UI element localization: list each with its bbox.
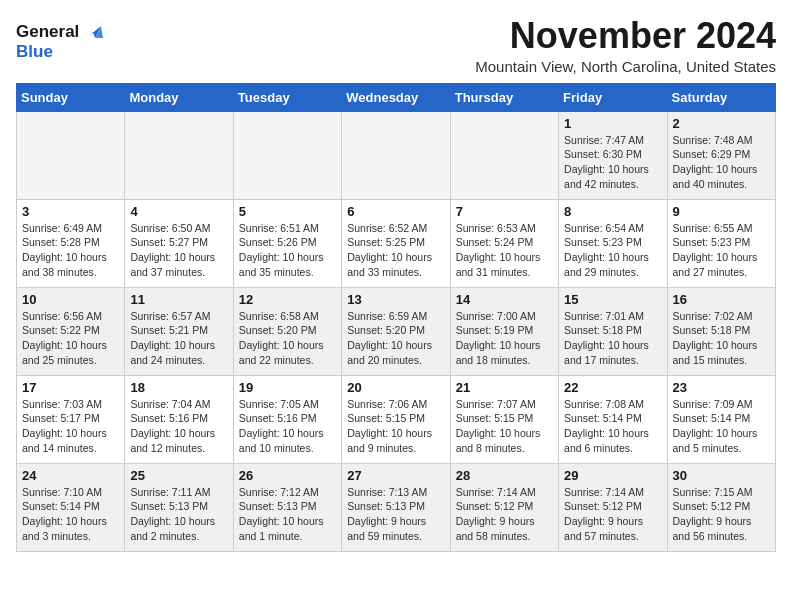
day-detail: Sunrise: 6:58 AM Sunset: 5:20 PM Dayligh… [239, 309, 336, 368]
day-number: 9 [673, 204, 770, 219]
week-row-1: 1Sunrise: 7:47 AM Sunset: 6:30 PM Daylig… [17, 111, 776, 199]
calendar-cell [125, 111, 233, 199]
day-detail: Sunrise: 7:13 AM Sunset: 5:13 PM Dayligh… [347, 485, 444, 544]
calendar-cell: 27Sunrise: 7:13 AM Sunset: 5:13 PM Dayli… [342, 463, 450, 551]
day-number: 17 [22, 380, 119, 395]
day-detail: Sunrise: 7:15 AM Sunset: 5:12 PM Dayligh… [673, 485, 770, 544]
day-detail: Sunrise: 7:06 AM Sunset: 5:15 PM Dayligh… [347, 397, 444, 456]
calendar-cell: 26Sunrise: 7:12 AM Sunset: 5:13 PM Dayli… [233, 463, 341, 551]
day-number: 1 [564, 116, 661, 131]
day-number: 2 [673, 116, 770, 131]
calendar-cell: 8Sunrise: 6:54 AM Sunset: 5:23 PM Daylig… [559, 199, 667, 287]
day-number: 4 [130, 204, 227, 219]
day-detail: Sunrise: 7:12 AM Sunset: 5:13 PM Dayligh… [239, 485, 336, 544]
day-number: 24 [22, 468, 119, 483]
calendar-cell: 10Sunrise: 6:56 AM Sunset: 5:22 PM Dayli… [17, 287, 125, 375]
calendar-cell [450, 111, 558, 199]
calendar-cell: 25Sunrise: 7:11 AM Sunset: 5:13 PM Dayli… [125, 463, 233, 551]
day-number: 28 [456, 468, 553, 483]
day-detail: Sunrise: 6:50 AM Sunset: 5:27 PM Dayligh… [130, 221, 227, 280]
logo: General Blue [16, 20, 107, 62]
week-row-4: 17Sunrise: 7:03 AM Sunset: 5:17 PM Dayli… [17, 375, 776, 463]
day-number: 11 [130, 292, 227, 307]
day-number: 7 [456, 204, 553, 219]
calendar-cell: 16Sunrise: 7:02 AM Sunset: 5:18 PM Dayli… [667, 287, 775, 375]
calendar-cell: 29Sunrise: 7:14 AM Sunset: 5:12 PM Dayli… [559, 463, 667, 551]
day-number: 23 [673, 380, 770, 395]
day-detail: Sunrise: 7:48 AM Sunset: 6:29 PM Dayligh… [673, 133, 770, 192]
calendar-cell [17, 111, 125, 199]
week-row-3: 10Sunrise: 6:56 AM Sunset: 5:22 PM Dayli… [17, 287, 776, 375]
day-detail: Sunrise: 7:10 AM Sunset: 5:14 PM Dayligh… [22, 485, 119, 544]
logo-text: General [16, 22, 79, 42]
day-number: 20 [347, 380, 444, 395]
day-detail: Sunrise: 7:14 AM Sunset: 5:12 PM Dayligh… [564, 485, 661, 544]
calendar-cell: 5Sunrise: 6:51 AM Sunset: 5:26 PM Daylig… [233, 199, 341, 287]
day-number: 13 [347, 292, 444, 307]
day-detail: Sunrise: 7:02 AM Sunset: 5:18 PM Dayligh… [673, 309, 770, 368]
calendar-cell: 14Sunrise: 7:00 AM Sunset: 5:19 PM Dayli… [450, 287, 558, 375]
calendar-cell: 30Sunrise: 7:15 AM Sunset: 5:12 PM Dayli… [667, 463, 775, 551]
week-row-5: 24Sunrise: 7:10 AM Sunset: 5:14 PM Dayli… [17, 463, 776, 551]
calendar-cell: 9Sunrise: 6:55 AM Sunset: 5:23 PM Daylig… [667, 199, 775, 287]
day-number: 26 [239, 468, 336, 483]
day-number: 14 [456, 292, 553, 307]
calendar-cell: 22Sunrise: 7:08 AM Sunset: 5:14 PM Dayli… [559, 375, 667, 463]
day-detail: Sunrise: 6:52 AM Sunset: 5:25 PM Dayligh… [347, 221, 444, 280]
weekday-header-friday: Friday [559, 83, 667, 111]
day-detail: Sunrise: 7:01 AM Sunset: 5:18 PM Dayligh… [564, 309, 661, 368]
day-number: 30 [673, 468, 770, 483]
day-number: 21 [456, 380, 553, 395]
weekday-header-thursday: Thursday [450, 83, 558, 111]
day-number: 10 [22, 292, 119, 307]
day-number: 12 [239, 292, 336, 307]
day-detail: Sunrise: 6:55 AM Sunset: 5:23 PM Dayligh… [673, 221, 770, 280]
calendar-cell: 17Sunrise: 7:03 AM Sunset: 5:17 PM Dayli… [17, 375, 125, 463]
title-block: November 2024 Mountain View, North Carol… [475, 16, 776, 75]
calendar-cell: 28Sunrise: 7:14 AM Sunset: 5:12 PM Dayli… [450, 463, 558, 551]
day-detail: Sunrise: 6:56 AM Sunset: 5:22 PM Dayligh… [22, 309, 119, 368]
day-number: 6 [347, 204, 444, 219]
day-number: 16 [673, 292, 770, 307]
day-number: 18 [130, 380, 227, 395]
weekday-header-monday: Monday [125, 83, 233, 111]
calendar-cell: 19Sunrise: 7:05 AM Sunset: 5:16 PM Dayli… [233, 375, 341, 463]
calendar-table: SundayMondayTuesdayWednesdayThursdayFrid… [16, 83, 776, 552]
calendar-cell: 18Sunrise: 7:04 AM Sunset: 5:16 PM Dayli… [125, 375, 233, 463]
calendar-cell: 15Sunrise: 7:01 AM Sunset: 5:18 PM Dayli… [559, 287, 667, 375]
weekday-header-tuesday: Tuesday [233, 83, 341, 111]
calendar-cell: 12Sunrise: 6:58 AM Sunset: 5:20 PM Dayli… [233, 287, 341, 375]
calendar-cell [342, 111, 450, 199]
day-detail: Sunrise: 6:53 AM Sunset: 5:24 PM Dayligh… [456, 221, 553, 280]
day-detail: Sunrise: 6:49 AM Sunset: 5:28 PM Dayligh… [22, 221, 119, 280]
weekday-header-wednesday: Wednesday [342, 83, 450, 111]
day-number: 29 [564, 468, 661, 483]
day-number: 25 [130, 468, 227, 483]
day-detail: Sunrise: 6:59 AM Sunset: 5:20 PM Dayligh… [347, 309, 444, 368]
week-row-2: 3Sunrise: 6:49 AM Sunset: 5:28 PM Daylig… [17, 199, 776, 287]
day-detail: Sunrise: 7:47 AM Sunset: 6:30 PM Dayligh… [564, 133, 661, 192]
calendar-cell: 23Sunrise: 7:09 AM Sunset: 5:14 PM Dayli… [667, 375, 775, 463]
calendar-cell: 2Sunrise: 7:48 AM Sunset: 6:29 PM Daylig… [667, 111, 775, 199]
day-detail: Sunrise: 7:08 AM Sunset: 5:14 PM Dayligh… [564, 397, 661, 456]
logo-bird-icon [81, 18, 107, 44]
day-detail: Sunrise: 7:05 AM Sunset: 5:16 PM Dayligh… [239, 397, 336, 456]
day-number: 22 [564, 380, 661, 395]
day-detail: Sunrise: 6:54 AM Sunset: 5:23 PM Dayligh… [564, 221, 661, 280]
calendar-cell [233, 111, 341, 199]
weekday-header-sunday: Sunday [17, 83, 125, 111]
day-detail: Sunrise: 7:09 AM Sunset: 5:14 PM Dayligh… [673, 397, 770, 456]
day-detail: Sunrise: 7:14 AM Sunset: 5:12 PM Dayligh… [456, 485, 553, 544]
day-detail: Sunrise: 6:51 AM Sunset: 5:26 PM Dayligh… [239, 221, 336, 280]
logo-subtext: Blue [16, 42, 107, 62]
day-detail: Sunrise: 7:07 AM Sunset: 5:15 PM Dayligh… [456, 397, 553, 456]
weekday-header-row: SundayMondayTuesdayWednesdayThursdayFrid… [17, 83, 776, 111]
calendar-cell: 4Sunrise: 6:50 AM Sunset: 5:27 PM Daylig… [125, 199, 233, 287]
day-number: 5 [239, 204, 336, 219]
page-header: General Blue November 2024 Mountain View… [16, 16, 776, 75]
calendar-cell: 3Sunrise: 6:49 AM Sunset: 5:28 PM Daylig… [17, 199, 125, 287]
day-detail: Sunrise: 7:00 AM Sunset: 5:19 PM Dayligh… [456, 309, 553, 368]
day-detail: Sunrise: 7:03 AM Sunset: 5:17 PM Dayligh… [22, 397, 119, 456]
day-number: 3 [22, 204, 119, 219]
day-detail: Sunrise: 7:04 AM Sunset: 5:16 PM Dayligh… [130, 397, 227, 456]
